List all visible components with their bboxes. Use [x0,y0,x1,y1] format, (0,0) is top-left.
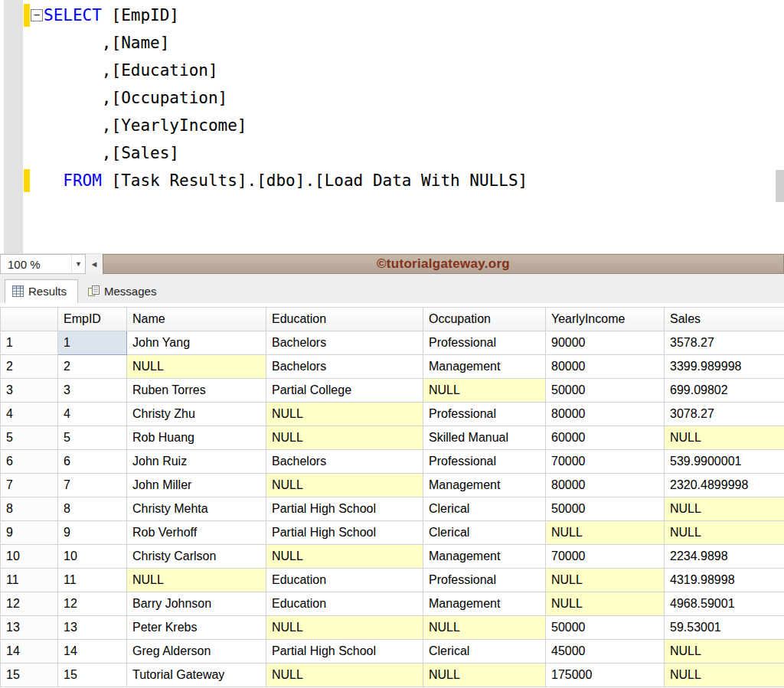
grid-cell[interactable]: 70000 [546,450,665,474]
grid-cell[interactable]: NULL [266,474,423,497]
column-header[interactable]: Sales [665,308,784,331]
row-number-cell[interactable]: 12 [1,592,58,616]
row-number-cell[interactable]: 3 [1,379,58,403]
grid-cell[interactable]: Clerical [423,497,546,521]
grid-cell[interactable]: John Yang [127,331,266,355]
row-number-cell[interactable]: 10 [1,545,58,569]
grid-cell[interactable]: 2320.4899998 [665,474,784,497]
grid-cell[interactable]: 6 [58,450,127,474]
grid-cell[interactable]: Bachelors [266,331,423,355]
grid-cell[interactable]: Peter Krebs [127,616,266,640]
grid-cell[interactable]: NULL [423,616,546,640]
grid-cell[interactable]: 3399.989998 [665,355,784,379]
column-header[interactable]: YearlyIncome [546,308,665,331]
grid-cell[interactable]: NULL [546,592,665,616]
grid-cell[interactable]: 45000 [546,640,665,664]
grid-cell[interactable]: 539.9900001 [665,450,784,474]
grid-cell[interactable]: 11 [58,569,127,592]
grid-cell[interactable]: 12 [58,592,127,616]
grid-cell[interactable]: NULL [266,426,423,450]
chevron-down-icon[interactable]: ▼ [71,255,85,273]
grid-cell[interactable]: Professional [423,331,546,355]
row-number-cell[interactable]: 13 [1,616,58,640]
row-number-cell[interactable]: 7 [1,474,58,497]
code-line[interactable]: ,[Sales] [44,139,773,167]
grid-cell[interactable]: 10 [58,545,127,569]
grid-cell[interactable]: 699.09802 [665,379,784,403]
grid-cell[interactable]: 3578.27 [665,331,784,355]
grid-cell[interactable]: Management [423,592,546,616]
grid-cell[interactable]: Professional [423,569,546,592]
grid-cell[interactable]: NULL [423,664,546,687]
grid-cell[interactable]: 13 [58,616,127,640]
column-header[interactable]: Education [266,308,423,331]
grid-cell[interactable]: Partial High School [266,497,423,521]
grid-cell[interactable]: Partial High School [266,521,423,545]
grid-cell[interactable]: 5 [58,426,127,450]
grid-cell[interactable]: 1 [58,331,127,355]
grid-cell[interactable]: 50000 [546,497,665,521]
grid-cell[interactable]: NULL [665,664,784,687]
grid-cell[interactable]: NULL [266,403,423,426]
grid-cell[interactable]: John Ruiz [127,450,266,474]
grid-cell[interactable]: NULL [266,664,423,687]
code-line[interactable]: ,[Occupation] [44,84,773,112]
grid-cell[interactable]: 3 [58,379,127,403]
grid-cell[interactable]: Management [423,474,546,497]
grid-cell[interactable]: 7 [58,474,127,497]
code-line[interactable]: −SELECT [EmpID] [44,2,773,29]
grid-cell[interactable]: 80000 [546,403,665,426]
grid-cell[interactable]: John Miller [127,474,266,497]
grid-cell[interactable]: 2234.9898 [665,545,784,569]
sql-editor[interactable]: −SELECT [EmpID] ,[Name] ,[Education] ,[O… [0,0,784,253]
grid-cell[interactable]: 15 [58,664,127,687]
grid-cell[interactable]: Tutorial Gateway [127,664,266,687]
grid-cell[interactable]: 60000 [546,426,665,450]
row-number-header[interactable] [1,308,58,331]
column-header[interactable]: Name [127,308,266,331]
grid-cell[interactable]: Professional [423,450,546,474]
grid-cell[interactable]: NULL [127,355,266,379]
grid-cell[interactable]: 2 [58,355,127,379]
grid-cell[interactable]: 50000 [546,379,665,403]
grid-cell[interactable]: NULL [665,640,784,664]
row-number-cell[interactable]: 1 [1,331,58,355]
grid-cell[interactable]: Management [423,355,546,379]
editor-vertical-scrollbar-thumb[interactable] [776,170,784,202]
row-number-cell[interactable]: 4 [1,403,58,426]
grid-cell[interactable]: Barry Johnson [127,592,266,616]
grid-cell[interactable]: NULL [665,426,784,450]
grid-cell[interactable]: Christy Carlson [127,545,266,569]
grid-cell[interactable]: NULL [665,497,784,521]
grid-cell[interactable]: NULL [266,545,423,569]
code-line[interactable]: ,[Education] [44,57,773,84]
row-number-cell[interactable]: 2 [1,355,58,379]
grid-cell[interactable]: NULL [423,379,546,403]
code-line[interactable]: FROM [Task Results].[dbo].[Load Data Wit… [44,167,773,194]
column-header[interactable]: Occupation [423,308,546,331]
grid-cell[interactable]: NULL [665,521,784,545]
editor-code[interactable]: −SELECT [EmpID] ,[Name] ,[Education] ,[O… [44,2,773,194]
row-number-cell[interactable]: 9 [1,521,58,545]
row-number-cell[interactable]: 8 [1,497,58,521]
zoom-level-select[interactable]: 100 % ▼ [0,254,86,274]
grid-cell[interactable]: Education [266,592,423,616]
grid-cell[interactable]: 4 [58,403,127,426]
grid-cell[interactable]: Rob Huang [127,426,266,450]
grid-cell[interactable]: Christy Zhu [127,403,266,426]
grid-cell[interactable]: NULL [127,569,266,592]
grid-cell[interactable]: 8 [58,497,127,521]
column-header[interactable]: EmpID [58,308,127,331]
row-number-cell[interactable]: 15 [1,664,58,687]
grid-cell[interactable]: Greg Alderson [127,640,266,664]
grid-cell[interactable]: Skilled Manual [423,426,546,450]
grid-cell[interactable]: Clerical [423,640,546,664]
grid-cell[interactable]: NULL [266,616,423,640]
grid-cell[interactable]: Partial High School [266,640,423,664]
grid-cell[interactable]: Rob Verhoff [127,521,266,545]
grid-cell[interactable]: Education [266,569,423,592]
code-collapse-toggle[interactable]: − [31,9,43,21]
tab-results[interactable]: Results [5,279,78,303]
row-number-cell[interactable]: 5 [1,426,58,450]
grid-cell[interactable]: 9 [58,521,127,545]
